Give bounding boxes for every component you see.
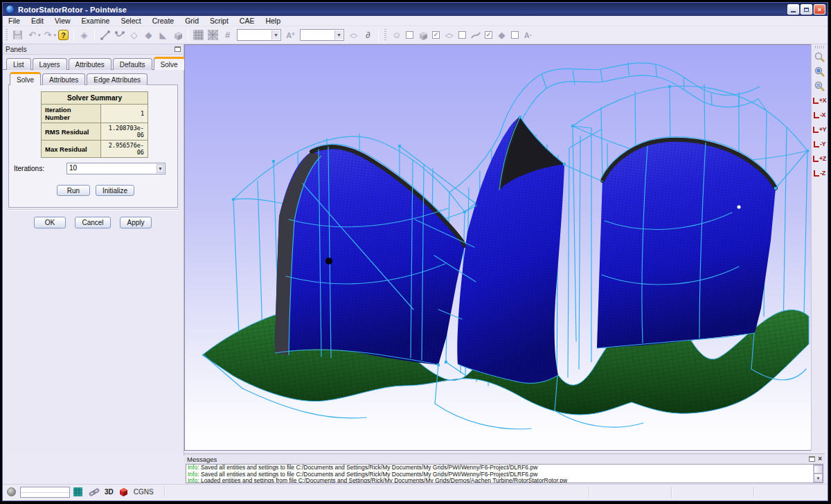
chevron-down-icon[interactable]: ▼ bbox=[157, 164, 164, 173]
zoom-actual-icon[interactable] bbox=[813, 79, 827, 93]
solver-summary-title: Solver Summary bbox=[42, 92, 148, 105]
dimension-icon[interactable]: # bbox=[220, 28, 235, 42]
initialize-button[interactable]: Initialize bbox=[96, 185, 134, 196]
mask-connectors-checkbox[interactable] bbox=[458, 31, 466, 39]
run-button[interactable]: Run bbox=[57, 185, 90, 196]
menu-select[interactable]: Select bbox=[115, 16, 146, 26]
minimize-button[interactable] bbox=[787, 4, 799, 15]
ok-button[interactable]: OK bbox=[34, 217, 66, 228]
menu-file[interactable]: File bbox=[3, 16, 26, 26]
domain-mask-icon[interactable]: ◇ bbox=[442, 31, 456, 39]
view-toolbar: +X -X +Y -Y +Z -Z bbox=[811, 44, 828, 451]
float-panel-icon[interactable] bbox=[809, 456, 815, 462]
view-minus-y-button[interactable]: -Y bbox=[812, 137, 828, 151]
menu-view[interactable]: View bbox=[49, 16, 76, 26]
status-light-icon bbox=[7, 487, 16, 496]
domain-tool-icon[interactable]: ◇ bbox=[127, 28, 141, 42]
zoom-fit-icon[interactable] bbox=[813, 64, 827, 78]
angle-icon[interactable]: A° bbox=[283, 28, 298, 42]
chevron-down-icon[interactable]: ▼ bbox=[271, 30, 280, 39]
subtab-edge-attributes[interactable]: Edge Attributes bbox=[87, 73, 148, 85]
tab-list[interactable]: List bbox=[6, 58, 31, 70]
command-input[interactable] bbox=[20, 487, 70, 498]
view-plus-z-button[interactable]: +Z bbox=[812, 152, 828, 165]
menu-grid[interactable]: Grid bbox=[179, 16, 204, 26]
menu-create[interactable]: Create bbox=[147, 16, 180, 26]
tab-attributes[interactable]: Attributes bbox=[69, 58, 111, 70]
structured-grid-icon[interactable] bbox=[191, 28, 206, 42]
cae-solver-label: CGNS bbox=[134, 488, 154, 496]
iterations-label: Iterations: bbox=[14, 165, 44, 172]
grid-status-icon bbox=[73, 487, 83, 497]
save-icon[interactable] bbox=[10, 28, 25, 42]
zoom-selection-icon[interactable] bbox=[813, 50, 827, 64]
tab-solve[interactable]: Solve bbox=[154, 57, 185, 70]
subtab-attributes[interactable]: Attributes bbox=[42, 73, 85, 85]
partial-derivative-icon[interactable]: ∂ bbox=[361, 28, 375, 42]
window-title: RotorStatorRotor - Pointwise bbox=[18, 6, 127, 14]
connector-mask-icon[interactable] bbox=[468, 28, 483, 42]
block-tool-icon[interactable] bbox=[170, 28, 185, 42]
axis-icon bbox=[814, 141, 819, 147]
close-button[interactable]: × bbox=[814, 4, 825, 15]
dimension-mode-label: 3D bbox=[105, 488, 114, 496]
block-mask-icon[interactable] bbox=[416, 28, 430, 42]
project-icon[interactable]: ◇ bbox=[346, 31, 361, 39]
menu-edit[interactable]: Edit bbox=[26, 16, 49, 26]
unstructured-grid-icon[interactable] bbox=[206, 28, 220, 42]
connector-tool-icon[interactable] bbox=[98, 28, 112, 42]
cancel-button[interactable]: Cancel bbox=[75, 217, 111, 228]
angle-combobox[interactable]: ▼ bbox=[300, 29, 344, 41]
domain-filled-tool-icon[interactable]: ◆ bbox=[141, 28, 156, 42]
subtab-solve[interactable]: Solve bbox=[10, 72, 41, 85]
view-minus-x-button[interactable]: -X bbox=[812, 108, 828, 122]
float-panel-icon[interactable] bbox=[175, 46, 181, 52]
apply-button[interactable]: Apply bbox=[120, 217, 152, 228]
axis-icon bbox=[813, 127, 819, 133]
mask-blocks-checkbox[interactable] bbox=[406, 31, 413, 39]
log-scrollbar[interactable]: ▲ ▼ bbox=[813, 465, 823, 483]
scroll-down-icon[interactable]: ▼ bbox=[814, 474, 823, 483]
view-toolbar-drag-handle[interactable] bbox=[815, 46, 825, 48]
mask-databases-checkbox[interactable]: ✓ bbox=[485, 31, 492, 39]
layers-icon[interactable]: ◈ bbox=[77, 28, 91, 42]
axis-icon bbox=[813, 98, 819, 104]
mask-toolbar-drag-handle[interactable] bbox=[384, 29, 386, 42]
blade-left bbox=[275, 144, 465, 365]
app-icon bbox=[6, 5, 15, 14]
point-mask-icon[interactable]: A· bbox=[521, 28, 535, 42]
view-plus-y-button[interactable]: +Y bbox=[812, 123, 828, 136]
view-minus-z-button[interactable]: -Z bbox=[812, 166, 828, 180]
iterations-combobox[interactable]: 10 ▼ bbox=[66, 163, 166, 174]
menu-help[interactable]: Help bbox=[260, 16, 286, 26]
viewport-3d[interactable] bbox=[184, 44, 814, 451]
menu-cae[interactable]: CAE bbox=[234, 16, 260, 26]
menu-examine[interactable]: Examine bbox=[76, 16, 116, 26]
mask-domains-checkbox[interactable]: ✓ bbox=[432, 31, 440, 39]
redo-icon[interactable]: ↷ bbox=[41, 28, 55, 42]
status-bar: 3D CGNS bbox=[3, 484, 828, 499]
tab-layers[interactable]: Layers bbox=[33, 58, 67, 70]
tab-defaults[interactable]: Defaults bbox=[113, 58, 152, 70]
curve-tool-icon[interactable] bbox=[112, 28, 127, 42]
unstructured-domain-tool-icon[interactable]: ◣ bbox=[156, 28, 170, 42]
solve-subtabbar: Solve Attributes Edge Attributes bbox=[10, 72, 149, 85]
title-bar[interactable]: RotorStatorRotor - Pointwise × bbox=[3, 3, 828, 16]
undo-icon[interactable]: ↶ bbox=[25, 28, 39, 42]
solver-summary-table: Solver Summary Iteration Number 1 RMS Re… bbox=[41, 91, 148, 158]
restore-button[interactable] bbox=[801, 4, 812, 15]
database-mask-icon[interactable]: ◆ bbox=[494, 28, 509, 42]
mask-icon[interactable]: ☺ bbox=[389, 28, 404, 42]
chevron-down-icon[interactable]: ▼ bbox=[334, 30, 343, 39]
view-plus-x-button[interactable]: +X bbox=[812, 93, 828, 107]
close-icon[interactable]: × bbox=[818, 456, 822, 462]
scroll-thumb[interactable] bbox=[814, 465, 823, 474]
mask-points-checkbox[interactable] bbox=[511, 31, 519, 39]
help-icon[interactable]: ? bbox=[56, 28, 71, 42]
dimension-combobox[interactable]: ▼ bbox=[237, 29, 281, 41]
message-log[interactable]: Info: Saved all entities and settings to… bbox=[186, 464, 823, 483]
menu-script[interactable]: Script bbox=[204, 16, 234, 26]
axis-icon bbox=[814, 170, 819, 177]
toolbar-drag-handle[interactable] bbox=[6, 29, 8, 42]
panels-sidebar: Panels List Layers Attributes Defaults S… bbox=[3, 44, 184, 456]
